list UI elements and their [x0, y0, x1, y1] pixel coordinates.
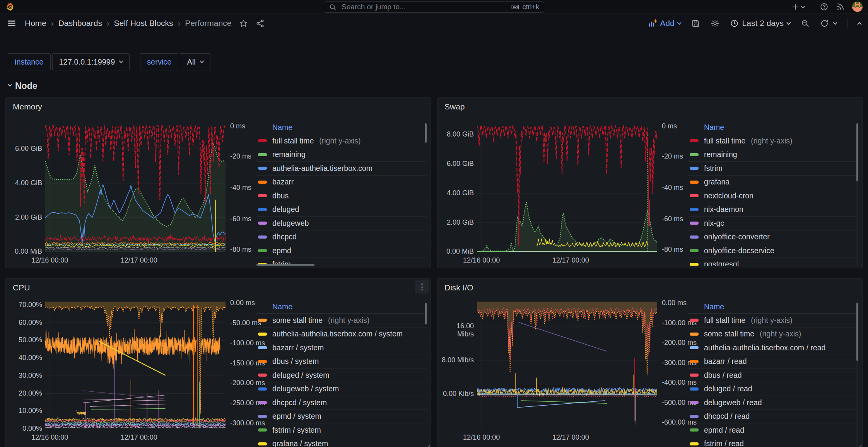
panel-title[interactable]: Disk I/O — [444, 283, 473, 292]
legend-item[interactable]: full stall time(right y-axis) — [688, 134, 858, 148]
breadcrumb-item-home[interactable]: Home — [25, 19, 46, 28]
chart-plot[interactable] — [477, 123, 657, 252]
grafana-logo[interactable] — [5, 2, 15, 12]
hamburger-icon — [7, 19, 16, 28]
chart-plot[interactable] — [477, 302, 657, 429]
legend-item[interactable]: authelia-authelia.tiserbox.com / system — [256, 328, 427, 341]
legend-item[interactable]: dhcpcd / read — [688, 410, 858, 424]
legend-item[interactable]: onlyoffice-converter — [688, 230, 858, 244]
time-range-picker[interactable]: Last 2 days — [730, 19, 790, 28]
save-button[interactable] — [691, 19, 700, 28]
legend-item[interactable]: bazarr / system — [256, 341, 427, 355]
new-button[interactable] — [791, 3, 805, 11]
settings-button[interactable] — [711, 19, 719, 28]
menu-toggle[interactable] — [7, 19, 16, 28]
legend-item[interactable]: dbus / read — [688, 369, 858, 382]
legend-item[interactable]: delugeweb — [256, 217, 427, 230]
refresh-button[interactable] — [820, 19, 829, 28]
legend-header-name[interactable]: Name — [688, 122, 858, 134]
panel-title[interactable]: Swap — [444, 102, 465, 111]
legend-item[interactable]: full stall time(right y-axis) — [256, 134, 427, 148]
legend-item[interactable]: fstrim / read — [688, 437, 858, 447]
y-axis-label: 0.00% — [7, 425, 42, 433]
chart-plot[interactable] — [45, 302, 226, 429]
breadcrumb-item-self-host-blocks[interactable]: Self Host Blocks — [114, 19, 173, 28]
legend-item[interactable]: dbus / system — [256, 355, 427, 369]
panel-title[interactable]: Memory — [13, 102, 42, 111]
legend-item[interactable]: postgresql — [688, 258, 858, 266]
panel-cpu: CPU 70.00%60.00%50.00%40.00%30.00%20.00%… — [5, 278, 431, 447]
chevron-down-icon — [677, 20, 681, 25]
news-button[interactable] — [836, 2, 845, 11]
legend-label: full stall time — [272, 136, 314, 145]
panel-resize-handle[interactable] — [857, 444, 862, 447]
legend-item[interactable]: onlyoffice-docservice — [688, 244, 858, 258]
variable-label-instance: instance — [8, 53, 51, 70]
legend-item[interactable]: dhcpcd / system — [256, 396, 427, 410]
legend-item[interactable]: epmd / read — [688, 423, 858, 437]
help-button[interactable] — [820, 2, 829, 11]
legend-item[interactable]: epmd / system — [256, 410, 427, 424]
variable-value-instance[interactable]: 127.0.0.1:19999 — [52, 53, 130, 70]
legend-item[interactable]: deluged / system — [256, 369, 427, 382]
legend-item[interactable]: authelia-authelia.tiserbox.com / read — [688, 341, 858, 355]
legend-header-name[interactable]: Name — [256, 301, 427, 314]
breadcrumb-item-dashboards[interactable]: Dashboards — [58, 19, 102, 28]
legend-label: dhcpcd / read — [704, 412, 750, 421]
legend-label: full stall time — [704, 136, 745, 145]
legend-item[interactable]: nix-daemon — [688, 203, 858, 217]
legend-item[interactable]: deluged / read — [688, 382, 858, 396]
add-button[interactable]: Add — [648, 19, 680, 28]
legend-scrollbar[interactable] — [856, 123, 858, 181]
legend-swatch — [258, 139, 267, 142]
legend-item[interactable]: nix-gc — [688, 217, 858, 230]
panel-menu-button[interactable]: ⋮ — [415, 280, 429, 293]
legend-item[interactable]: delugeweb / read — [688, 396, 858, 410]
legend-note: (right y-axis) — [328, 316, 369, 325]
zoom-out-button[interactable] — [801, 19, 810, 28]
legend-note: (right y-axis) — [751, 136, 792, 145]
legend-item[interactable]: full stall time(right y-axis) — [688, 314, 858, 328]
legend-item[interactable]: authelia-authelia.tiserbox.com — [256, 162, 427, 176]
refresh-interval-dropdown[interactable] — [833, 20, 837, 25]
legend-item[interactable]: deluged — [256, 203, 427, 217]
legend-header-name[interactable]: Name — [688, 301, 858, 314]
legend-scrollbar[interactable] — [425, 303, 427, 324]
legend-item[interactable]: fstrim — [688, 162, 858, 176]
share-button[interactable] — [256, 19, 265, 28]
legend-item[interactable]: remaining — [688, 148, 858, 162]
panel-title[interactable]: CPU — [13, 283, 30, 292]
legend-header-name[interactable]: Name — [256, 122, 427, 134]
legend-item[interactable]: epmd — [256, 244, 427, 258]
row-node[interactable]: Node — [9, 81, 863, 91]
legend-item[interactable]: dhcpcd — [256, 230, 427, 244]
legend-item[interactable]: delugeweb / system — [256, 382, 427, 396]
favorite-button[interactable] — [239, 19, 248, 28]
legend-item[interactable]: grafana — [688, 176, 858, 189]
x-axis-label: 12/16 00:00 — [463, 433, 500, 442]
panel-resize-handle[interactable] — [425, 444, 430, 447]
collapse-controls-button[interactable] — [858, 22, 861, 25]
legend-item[interactable]: some stall time(right y-axis) — [688, 328, 858, 341]
legend-item[interactable]: bazarr — [256, 176, 427, 189]
legend-item[interactable]: dbus — [256, 189, 427, 203]
legend-scrollbar[interactable] — [856, 303, 858, 361]
search-bar[interactable]: ctrl+k — [324, 1, 544, 13]
legend-item[interactable]: some stall time(right y-axis) — [256, 314, 427, 328]
legend-item[interactable]: remaining — [256, 148, 427, 162]
legend-item[interactable]: grafana / system — [256, 437, 427, 447]
search-input[interactable] — [341, 2, 507, 12]
variable-value-service[interactable]: All — [180, 53, 210, 70]
chart-plot[interactable] — [45, 123, 226, 252]
legend-h-scrollbar[interactable] — [256, 264, 314, 266]
legend-item[interactable]: fstrim / system — [256, 423, 427, 437]
legend-item[interactable]: bazarr / read — [688, 355, 858, 369]
legend-scrollbar[interactable] — [425, 123, 427, 143]
add-panel-icon — [648, 19, 657, 28]
avatar[interactable] — [852, 2, 863, 12]
legend-item[interactable]: nextcloud-cron — [688, 189, 858, 203]
plus-icon — [791, 3, 800, 11]
right-y-axis-label: -40 ms — [662, 184, 683, 192]
y-axis-label: 4.00 GiB — [438, 189, 474, 197]
panel-disk-io: Disk I/O 16.00 Mib/s8.00 Mib/s0.00 Kib/s… — [437, 278, 863, 447]
